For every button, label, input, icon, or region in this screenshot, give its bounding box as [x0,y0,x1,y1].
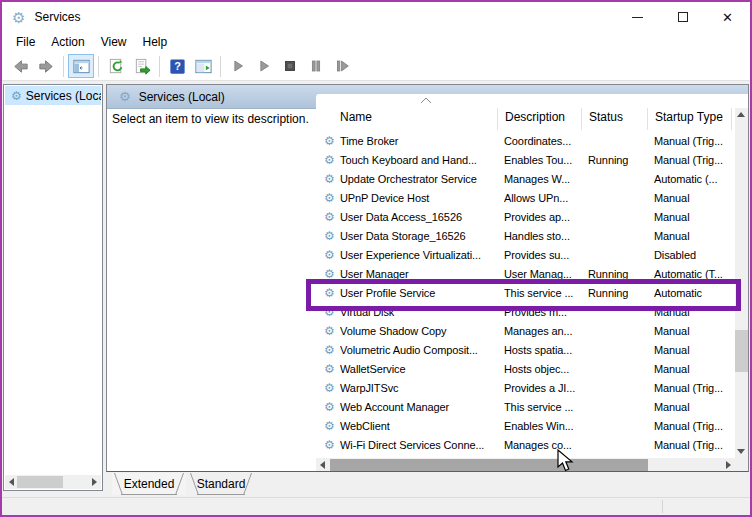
service-startup-type: Manual [654,325,733,337]
service-gear-icon: ⚙ [324,286,335,302]
column-separator[interactable] [731,108,732,130]
service-description: Provides ap... [504,211,584,223]
service-gear-icon: ⚙ [324,381,335,397]
table-row[interactable]: ⚙ Time Broker Coordinates... Manual (Tri… [316,132,735,151]
close-icon: ✕ [722,11,733,24]
restart-service-button[interactable] [329,54,355,78]
column-separator[interactable] [497,108,498,130]
service-description: Hosts objec... [504,363,584,375]
scroll-down-icon [737,449,745,454]
export-list-button[interactable] [129,54,155,78]
tree-horizontal-scrollbar[interactable] [5,475,101,489]
table-row[interactable]: ⚙ User Manager User Manag... Running Aut… [316,265,735,284]
service-name: User Experience Virtualizati... [340,249,500,261]
service-description: Manages co... [504,439,584,451]
toolbar-separator [220,56,221,77]
description-hint: Select an item to view its description. [112,112,309,126]
column-header-status[interactable]: Status [589,110,645,132]
resume-service-button[interactable] [251,54,277,78]
close-button[interactable]: ✕ [705,2,750,32]
services-app-icon: ⚙ [12,10,25,25]
start-service-button[interactable] [225,54,251,78]
stop-service-button[interactable] [277,54,303,78]
column-header-description[interactable]: Description [505,110,580,132]
tab-standard[interactable]: Standard [188,473,254,495]
table-row[interactable]: ⚙ Wi-Fi Direct Services Conne... Manages… [316,436,735,455]
restart-service-icon [333,57,351,75]
refresh-button[interactable] [103,54,129,78]
service-startup-type: Manual [654,230,733,242]
back-icon [11,57,30,76]
forward-button[interactable] [33,54,59,78]
table-row[interactable]: ⚙ Touch Keyboard and Hand... Enables Tou… [316,151,735,170]
service-gear-icon: ⚙ [324,305,335,321]
start-service-icon [229,57,247,75]
service-startup-type: Manual [654,401,733,413]
service-gear-icon: ⚙ [324,438,335,454]
service-name: Update Orchestrator Service [340,173,500,185]
table-row[interactable]: ⚙ UPnP Device Host Allows UPn... Manual [316,189,735,208]
minimize-button[interactable] [615,2,660,32]
table-row[interactable]: ⚙ User Experience Virtualizati... Provid… [316,246,735,265]
column-header-startup-type[interactable]: Startup Type [655,110,731,132]
pause-service-button[interactable] [303,54,329,78]
back-button[interactable] [7,54,33,78]
service-startup-type: Manual [654,306,733,318]
table-row[interactable]: ⚙ User Data Access_16526 Provides ap... … [316,208,735,227]
service-description: Manages an... [504,325,584,337]
sidebar-item-services-local[interactable]: ⚙ Services (Local) [5,86,101,105]
table-row[interactable]: ⚙ Volumetric Audio Composit... Hosts spa… [316,341,735,360]
scroll-left-icon [9,478,14,486]
scroll-right-icon [92,478,97,486]
column-header-name[interactable]: Name [340,110,496,132]
table-row[interactable]: ⚙ User Profile Service This service ... … [316,284,735,303]
table-row[interactable]: ⚙ Virtual Disk Provides m... Manual [316,303,735,322]
column-separator[interactable] [581,108,582,130]
service-name: UPnP Device Host [340,192,500,204]
menu-help[interactable]: Help [135,33,176,51]
table-row[interactable]: ⚙ WalletService Hosts objec... Manual [316,360,735,379]
table-row[interactable]: ⚙ WarpJITSvc Provides a JI... Manual (Tr… [316,379,735,398]
list-vertical-scrollbar[interactable] [735,108,748,458]
service-description: Manages W... [504,173,584,185]
menu-action[interactable]: Action [43,33,92,51]
service-startup-type: Manual [654,211,733,223]
console-tree-pane: ⚙ Services (Local) [3,84,103,491]
help-icon: ? [168,57,187,76]
minimize-icon [632,17,643,18]
service-startup-type: Manual (Trig... [654,135,733,147]
scrollbar-thumb[interactable] [735,330,748,372]
service-description: Provides m... [504,306,584,318]
service-description: Enables Tou... [504,154,584,166]
service-name: Wi-Fi Direct Services Conne... [340,439,500,451]
service-description: User Manag... [504,268,584,280]
status-bar [2,497,750,515]
toolbar-separator [98,56,99,77]
table-row[interactable]: ⚙ User Data Storage_16526 Handles sto...… [316,227,735,246]
scrollbar-thumb[interactable] [330,459,648,471]
table-row[interactable]: ⚙ Volume Shadow Copy Manages an... Manua… [316,322,735,341]
list-horizontal-scrollbar[interactable] [316,458,735,472]
tab-extended[interactable]: Extended [112,473,186,495]
service-name: User Data Storage_16526 [340,230,500,242]
show-action-pane-button[interactable] [190,54,216,78]
menu-view[interactable]: View [93,33,135,51]
table-row[interactable]: ⚙ Web Account Manager This service ... M… [316,398,735,417]
table-row[interactable]: ⚙ WebClient Enables Win... Manual (Trig.… [316,417,735,436]
service-name: Volume Shadow Copy [340,325,500,337]
show-console-tree-button[interactable] [68,54,94,78]
table-row[interactable]: ⚙ Update Orchestrator Service Manages W.… [316,170,735,189]
help-button[interactable]: ? [164,54,190,78]
scrollbar-thumb[interactable] [17,476,63,488]
maximize-button[interactable] [660,2,705,32]
service-gear-icon: ⚙ [324,134,335,150]
services-gear-icon: ⚙ [119,89,131,104]
toolbar-separator [159,56,160,77]
service-startup-type: Manual [654,192,733,204]
service-startup-type: Automatic (T... [654,268,733,280]
service-startup-type: Manual [654,363,733,375]
pause-service-icon [307,57,325,75]
column-separator[interactable] [647,108,648,130]
menu-file[interactable]: File [8,33,43,51]
service-description: This service ... [504,287,584,299]
